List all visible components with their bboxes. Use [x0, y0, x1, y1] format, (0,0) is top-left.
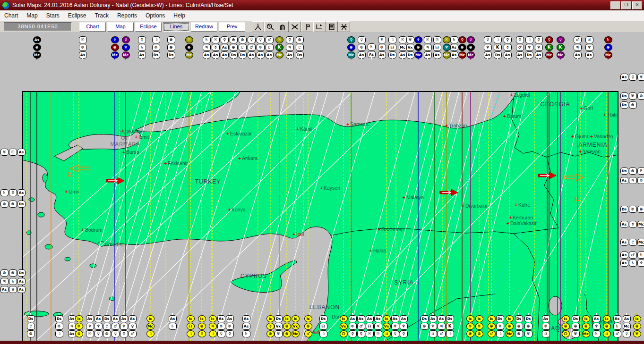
- bottom-marker-column: Ds⊕♅: [571, 315, 580, 337]
- marker-badge: As: [242, 323, 250, 330]
- marker-stub: [441, 313, 442, 315]
- marker-badge: ♃: [629, 177, 637, 184]
- marker-badge: Mc: [637, 221, 644, 228]
- bottom-marker-column: Ds♇⊕: [26, 315, 35, 337]
- top-marker-column: ☉♃As: [423, 36, 432, 57]
- marker-badge: ♀: [347, 36, 355, 43]
- toolbar-button-chart[interactable]: Chart: [79, 22, 106, 32]
- bottom-marker-column: As♆♃: [429, 315, 437, 337]
- city-plus-marker: +: [515, 202, 517, 208]
- marker-badge: ☉: [443, 36, 451, 43]
- marker-badge: As: [620, 252, 628, 259]
- marker-badge: ♂: [438, 330, 446, 337]
- marker-badge: Ds: [103, 315, 111, 322]
- cut-lines-icon[interactable]: [289, 21, 301, 32]
- toolbar-button-redraw[interactable]: Redraw: [191, 22, 217, 32]
- bottom-marker-column: IcVx☊: [339, 315, 348, 337]
- bottom-marker-column: Ic⊕♃: [602, 315, 611, 337]
- right-marker-row: As♃♅: [620, 176, 644, 184]
- toolbar-button-eclipse[interactable]: Eclipse: [135, 22, 162, 32]
- info-report-icon[interactable]: [326, 21, 338, 32]
- city-plus-marker: +: [378, 227, 380, 232]
- marker-badge: ♆: [592, 323, 601, 330]
- marker-badge: ⊗: [515, 330, 523, 337]
- menu-map[interactable]: Map: [22, 11, 42, 20]
- top-marker-column: ♀AsAs: [220, 36, 229, 57]
- add-point-icon[interactable]: [313, 21, 326, 32]
- city-label: Tbilisi: [607, 112, 618, 117]
- toolbar-button-map[interactable]: Map: [107, 22, 134, 32]
- marker-stub: [437, 57, 438, 59]
- title-bar[interactable]: Solar Maps: 24.01.2016 Aslan Dolunay - N…: [0, 0, 644, 10]
- marker-stub: [418, 57, 419, 59]
- marker-badge: Ic: [209, 315, 217, 322]
- marker-badge: ♀: [286, 36, 294, 43]
- country-label: TURKEY: [195, 178, 221, 185]
- city-label: Gjumri: [575, 134, 590, 139]
- marker-badge: ⊕: [637, 92, 644, 100]
- solar-maps-window: Solar Maps: 24.01.2016 Aslan Dolunay - N…: [0, 0, 644, 344]
- marker-stub: [98, 313, 99, 315]
- marker-badge: ♄: [450, 36, 458, 43]
- marker-badge: ♀: [516, 36, 524, 43]
- minimize-button[interactable]: ─: [610, 1, 620, 9]
- marker-badge: ☊: [319, 323, 327, 330]
- paste-line-icon[interactable]: [301, 21, 313, 32]
- marker-badge: As: [349, 315, 357, 322]
- marker-badge: As: [17, 286, 26, 293]
- menu-options[interactable]: Options: [141, 11, 169, 20]
- marker-badge: Ds: [515, 315, 523, 322]
- zoom-icon[interactable]: [264, 21, 276, 32]
- marker-badge: As: [169, 315, 177, 322]
- marker-badge: ♇: [629, 239, 637, 246]
- marker-stub: [454, 57, 455, 59]
- marker-badge: As: [374, 315, 382, 322]
- marker-badge: ⊕: [603, 323, 611, 330]
- marker-badge: ☿: [358, 36, 366, 43]
- pointer-lines-icon[interactable]: [252, 21, 264, 32]
- close-button[interactable]: ✕: [632, 1, 642, 9]
- menu-track[interactable]: Track: [90, 11, 113, 20]
- marker-badge: Vx: [406, 44, 414, 51]
- marker-stub: [89, 313, 90, 315]
- menu-stars[interactable]: Stars: [42, 11, 64, 20]
- top-marker-column: ☉KMc: [275, 36, 283, 57]
- city-label: Eskisehir: [168, 160, 188, 166]
- marker-stub: [123, 313, 124, 315]
- marker-badge: ⊕: [167, 44, 175, 51]
- marker-badge: ♄: [613, 323, 621, 330]
- bottom-marker-column: As♃☉: [374, 315, 382, 337]
- marker-badge: Ds: [17, 269, 26, 277]
- bottom-marker-column: Ic☿⊕: [266, 315, 275, 337]
- marker-badge: Ds: [319, 315, 327, 322]
- marker-badge: ☿: [623, 330, 631, 337]
- bottom-marker-column: Ic⊕☊: [561, 315, 570, 337]
- marker-badge: ⊕: [239, 36, 247, 43]
- hide-lines-icon[interactable]: [338, 21, 350, 32]
- astro-map[interactable]: +Istanbul+Izmit+Bursa+Eskipazar+Eskisehi…: [22, 91, 618, 344]
- marker-stub: [172, 313, 173, 315]
- marker-badge: ♅: [79, 44, 87, 51]
- toolbar-button-lines[interactable]: Lines: [163, 22, 189, 32]
- menu-eclipse[interactable]: Eclipse: [64, 11, 91, 20]
- marker-badge: ♂: [488, 330, 496, 337]
- toolbar-button-prev[interactable]: Prev: [219, 22, 245, 32]
- marker-stub: [30, 313, 31, 315]
- marker-badge: Ds: [27, 315, 35, 322]
- maximize-button[interactable]: ❐: [621, 1, 631, 9]
- marker-badge: As: [620, 177, 628, 184]
- menu-reports[interactable]: Reports: [113, 11, 141, 20]
- marker-badge: Ic: [488, 315, 496, 322]
- pan-hand-icon[interactable]: [276, 21, 289, 32]
- city-label: Rhodes: [106, 242, 123, 247]
- marker-badge: ⊗: [230, 36, 238, 43]
- marker-stub: [528, 313, 529, 315]
- menu-chart[interactable]: Chart: [0, 11, 22, 20]
- marker-badge: ⊕: [572, 323, 580, 330]
- marker-badge: Ds: [275, 315, 283, 322]
- city-plus-marker: +: [296, 126, 299, 132]
- city-label: Ankara: [242, 155, 258, 161]
- marker-badge: As: [242, 315, 250, 322]
- menu-help[interactable]: Help: [169, 11, 189, 20]
- left-marker-row: ⊕⊗Ds: [0, 269, 26, 277]
